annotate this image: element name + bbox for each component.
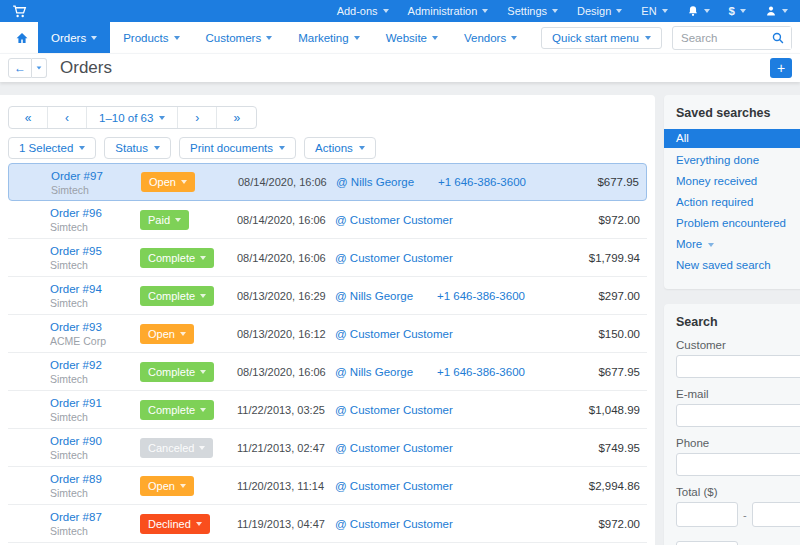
nav-item-products[interactable]: Products [110,22,192,53]
order-cell-status: Complete [140,400,237,420]
order-row[interactable]: Order #91SimtechComplete11/22/2013, 03:2… [8,391,647,429]
order-row[interactable]: Order #93ACME CorpOpen08/13/2020, 16:12@… [8,315,647,353]
toolbar-button-1-selected[interactable]: 1 Selected [8,137,96,159]
chevron-down-icon [482,9,488,13]
nav-item-vendors[interactable]: Vendors [451,22,530,53]
currency-menu[interactable]: $ [729,5,746,17]
order-status-badge[interactable]: Declined [140,514,210,534]
order-company: Simtech [50,373,140,385]
order-row[interactable]: Order #95SimtechComplete08/14/2020, 16:0… [8,239,647,277]
order-link[interactable]: Order #93 [50,320,140,334]
total-from-field[interactable] [676,502,738,527]
order-status-badge[interactable]: Complete [140,248,214,268]
order-customer-link[interactable]: @ Customer Customer [335,328,453,340]
order-link[interactable]: Order #91 [50,396,140,410]
order-status-badge[interactable]: Open [141,172,195,192]
chevron-down-icon [180,332,186,336]
order-link[interactable]: Order #94 [50,282,140,296]
order-customer-link[interactable]: @ Customer Customer [335,404,453,416]
order-link[interactable]: Order #92 [50,358,140,372]
back-button[interactable]: ← [8,58,32,78]
saved-search-item-action-required[interactable]: Action required [676,192,800,213]
toolbar-button-actions[interactable]: Actions [304,137,376,159]
order-row[interactable]: Order #96SimtechPaid08/14/2020, 16:06@ C… [8,201,647,239]
back-history-dropdown[interactable] [32,58,47,78]
chevron-down-icon [279,146,285,150]
order-date: 11/22/2013, 03:25 [237,404,335,416]
order-customer-link[interactable]: @ Customer Customer [335,214,453,226]
saved-search-item-new-saved-search[interactable]: New saved search [676,255,800,276]
notifications-menu[interactable] [687,5,710,17]
pagination-prev-button[interactable]: ‹ [48,107,87,128]
order-customer-link[interactable]: @ Nills George [335,366,413,378]
order-cell-customer: @ Nills George [336,176,438,188]
toolbar-button-print-documents[interactable]: Print documents [179,137,296,159]
order-date: 11/20/2013, 11:14 [237,480,335,492]
order-customer-link[interactable]: @ Customer Customer [335,252,453,264]
topbar-menu-en[interactable]: EN [641,5,667,17]
order-customer-link[interactable]: @ Customer Customer [335,480,453,492]
order-customer-link[interactable]: @ Customer Customer [335,442,453,454]
order-phone-link[interactable]: +1 646-386-3600 [437,366,525,378]
phone-field[interactable] [676,453,800,476]
topbar-menu-design[interactable]: Design [577,5,622,17]
order-link[interactable]: Order #90 [50,434,140,448]
order-status-badge[interactable]: Complete [140,400,214,420]
order-status-badge[interactable]: Open [140,476,194,496]
nav-item-orders[interactable]: Orders [38,22,110,53]
toolbar-button-status[interactable]: Status [104,137,171,159]
order-customer-link[interactable]: @ Nills George [336,176,414,188]
order-row[interactable]: Order #87SimtechDeclined11/19/2013, 04:4… [8,505,647,543]
order-link[interactable]: Order #96 [50,206,140,220]
customer-field[interactable] [676,355,800,378]
order-status-badge[interactable]: Canceled [140,438,213,458]
pagination-last-button[interactable]: » [217,107,256,128]
search-submit-button[interactable]: Search [676,541,738,545]
pagination-range-dropdown[interactable]: 1–10 of 63 [87,107,178,128]
saved-search-label: All [676,129,689,148]
saved-search-item-everything-done[interactable]: Everything done [676,150,800,171]
search-input[interactable] [673,32,765,44]
nav-item-customers[interactable]: Customers [193,22,286,53]
order-row[interactable]: Order #90SimtechCanceled11/21/2013, 02:4… [8,429,647,467]
order-row[interactable]: Order #94SimtechComplete08/13/2020, 16:2… [8,277,647,315]
order-row[interactable]: Order #97SimtechOpen08/14/2020, 16:06@ N… [8,163,647,201]
pagination-first-button[interactable]: « [9,107,48,128]
order-status-badge[interactable]: Complete [140,286,214,306]
order-customer-link[interactable]: @ Nills George [335,290,413,302]
order-status-badge[interactable]: Paid [140,210,189,230]
total-to-field[interactable] [752,502,800,527]
order-link[interactable]: Order #87 [50,510,140,524]
order-row[interactable]: Order #89SimtechOpen11/20/2013, 11:14@ C… [8,467,647,505]
nav-item-website[interactable]: Website [373,22,451,53]
saved-search-item-money-received[interactable]: Money received [676,171,800,192]
topbar-menu-add-ons[interactable]: Add-ons [337,5,389,17]
order-link[interactable]: Order #97 [51,169,141,183]
nav-item-marketing[interactable]: Marketing [285,22,373,53]
add-order-button[interactable]: + [770,58,792,78]
order-status-label: Complete [148,252,195,264]
topbar-menu-settings[interactable]: Settings [507,5,558,17]
order-phone-link[interactable]: +1 646-386-3600 [438,176,526,188]
order-status-badge[interactable]: Complete [140,362,214,382]
quick-start-menu-button[interactable]: Quick start menu [541,27,662,49]
saved-search-item-problem-encountered[interactable]: Problem encountered [676,213,800,234]
account-menu[interactable] [765,5,788,17]
e-mail-field[interactable] [676,404,800,427]
page-title: Orders [60,58,112,78]
customer-field-label: Customer [676,339,800,351]
search-icon[interactable] [765,27,791,49]
order-link[interactable]: Order #95 [50,244,140,258]
order-link[interactable]: Order #89 [50,472,140,486]
cart-icon[interactable] [12,4,27,19]
order-customer-link[interactable]: @ Customer Customer [335,518,453,530]
topbar-menu-administration[interactable]: Administration [408,5,489,17]
order-row[interactable]: Order #92SimtechComplete08/13/2020, 16:0… [8,353,647,391]
saved-search-item-all[interactable]: All [664,129,800,148]
order-phone-link[interactable]: +1 646-386-3600 [437,290,525,302]
saved-search-item-more[interactable]: More [676,234,800,255]
pagination-next-button[interactable]: › [178,107,217,128]
order-status-badge[interactable]: Open [140,324,194,344]
toolbar-button-label: Print documents [190,142,273,154]
home-icon[interactable] [6,22,38,53]
